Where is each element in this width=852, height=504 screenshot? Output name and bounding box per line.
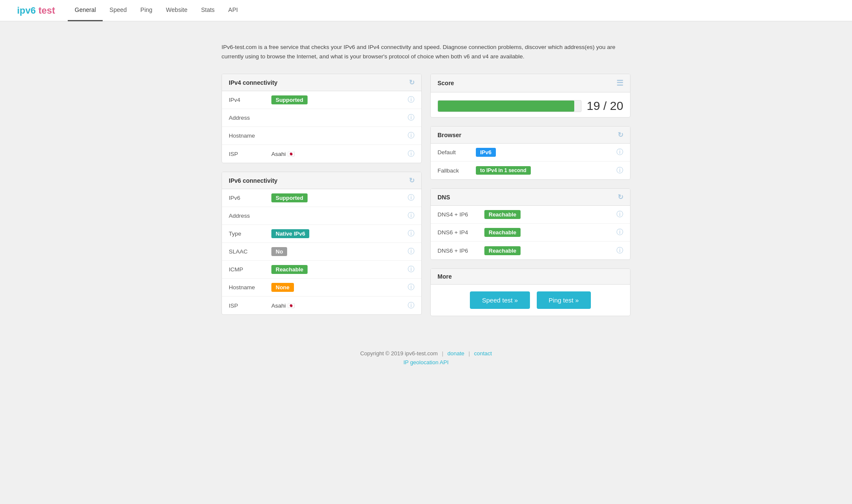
- browser-card-body: Default IPv6 ⓘ Fallback to IPv4 in 1 sec…: [431, 144, 630, 179]
- ipv4-help-icon-1[interactable]: ⓘ: [408, 95, 414, 104]
- dns-help-icon-1[interactable]: ⓘ: [616, 210, 623, 219]
- ipv6-value-icmp: Reachable: [271, 265, 404, 274]
- browser-row-default: Default IPv6 ⓘ: [431, 144, 630, 161]
- ipv6-label-isp: ISP: [229, 302, 271, 309]
- site-description: IPv6-test.com is a free service that che…: [222, 43, 630, 61]
- nav-stats[interactable]: Stats: [194, 0, 222, 21]
- ipv6-row-type: Type Native IPv6 ⓘ: [222, 225, 421, 243]
- nav-website[interactable]: Website: [159, 0, 194, 21]
- dns-help-icon-3[interactable]: ⓘ: [616, 246, 623, 255]
- dns-label-dns6-ip4: DNS6 + IP4: [438, 229, 484, 236]
- ipv6-label-address: Address: [229, 213, 271, 219]
- ipv4-refresh-icon[interactable]: ↻: [409, 78, 414, 86]
- more-card-title: More: [438, 273, 452, 280]
- score-card-title: Score: [438, 80, 454, 86]
- more-card: More Speed test » Ping test »: [430, 268, 630, 316]
- ipv6-row-hostname: Hostname None ⓘ: [222, 279, 421, 297]
- logo-ipv6: ipv6: [17, 5, 36, 16]
- score-bar-container: 19 / 20: [431, 92, 630, 117]
- dns-badge-dns6-ip4: Reachable: [484, 228, 521, 237]
- nav-ping[interactable]: Ping: [134, 0, 159, 21]
- dns-card-body: DNS4 + IP6 Reachable ⓘ DNS6 + IP4 Reacha…: [431, 206, 630, 259]
- dns-value-dns6-ip4: Reachable: [484, 228, 613, 237]
- ipv6-help-icon-4[interactable]: ⓘ: [408, 247, 414, 256]
- footer-geolocation-link[interactable]: IP geolocation API: [403, 359, 449, 366]
- ipv4-label-address: Address: [229, 115, 271, 121]
- logo-test: test: [36, 5, 55, 16]
- dns-card: DNS ↻ DNS4 + IP6 Reachable ⓘ DNS6 + IP4: [430, 188, 630, 260]
- ipv6-row-slaac: SLAAC No ⓘ: [222, 243, 421, 261]
- ipv4-help-icon-4[interactable]: ⓘ: [408, 150, 414, 158]
- ipv6-help-icon-3[interactable]: ⓘ: [408, 229, 414, 238]
- browser-value-fallback: to IPv4 in 1 second: [476, 166, 613, 175]
- right-column: Score ☰ 19 / 20 Browser ↻: [430, 74, 630, 316]
- ipv4-help-icon-2[interactable]: ⓘ: [408, 113, 414, 122]
- ipv6-label-type: Type: [229, 230, 271, 237]
- ipv6-row-address: Address ⓘ: [222, 207, 421, 225]
- main-nav: General Speed Ping Website Stats API: [68, 0, 245, 21]
- main-content: IPv6-test.com is a free service that che…: [213, 21, 639, 333]
- more-buttons: Speed test » Ping test »: [431, 285, 630, 316]
- footer: Copyright © 2019 ipv6-test.com | donate …: [0, 333, 852, 378]
- ipv4-card-header: IPv4 connectivity ↻: [222, 74, 421, 91]
- ipv6-badge-type: Native IPv6: [271, 229, 309, 238]
- ipv6-refresh-icon[interactable]: ↻: [409, 176, 414, 184]
- footer-copyright: Copyright © 2019 ipv6-test.com | donate …: [9, 350, 843, 357]
- dns-label-dns6-ip6: DNS6 + IP6: [438, 248, 484, 254]
- ipv6-card: IPv6 connectivity ↻ IPv6 Supported ⓘ Add…: [222, 172, 422, 315]
- dns-row-dns6-ip6: DNS6 + IP6 Reachable ⓘ: [431, 242, 630, 259]
- ipv6-help-icon-2[interactable]: ⓘ: [408, 211, 414, 220]
- nav-speed[interactable]: Speed: [103, 0, 133, 21]
- ipv4-help-icon-3[interactable]: ⓘ: [408, 131, 414, 140]
- dns-refresh-icon[interactable]: ↻: [618, 193, 623, 201]
- ipv6-value-ipv6: Supported: [271, 193, 404, 202]
- browser-row-fallback: Fallback to IPv4 in 1 second ⓘ: [431, 161, 630, 179]
- score-card-header: Score ☰: [431, 74, 630, 92]
- browser-help-icon-2[interactable]: ⓘ: [616, 166, 623, 175]
- footer-divider-2: |: [469, 350, 470, 357]
- footer-contact-link[interactable]: contact: [474, 350, 492, 357]
- ping-test-button[interactable]: Ping test »: [537, 291, 591, 309]
- dns-help-icon-2[interactable]: ⓘ: [616, 228, 623, 237]
- ipv6-row-isp: ISP Asahi 🇯🇵 ⓘ: [222, 297, 421, 314]
- site-logo: ipv6 test: [17, 5, 55, 16]
- dns-card-title: DNS: [438, 194, 450, 201]
- ipv6-card-header: IPv6 connectivity ↻: [222, 172, 421, 189]
- ipv4-label-isp: ISP: [229, 151, 271, 157]
- speed-test-button[interactable]: Speed test »: [470, 291, 530, 309]
- nav-general[interactable]: General: [68, 0, 103, 21]
- browser-refresh-icon[interactable]: ↻: [618, 131, 623, 139]
- ipv4-card: IPv4 connectivity ↻ IPv4 Supported ⓘ Add…: [222, 74, 422, 163]
- score-menu-icon[interactable]: ☰: [616, 78, 623, 88]
- browser-card-title: Browser: [438, 132, 461, 138]
- ipv4-card-body: IPv4 Supported ⓘ Address ⓘ Hostna: [222, 91, 421, 163]
- browser-help-icon-1[interactable]: ⓘ: [616, 148, 623, 157]
- ipv6-help-icon-5[interactable]: ⓘ: [408, 265, 414, 274]
- ipv6-value-type: Native IPv6: [271, 229, 404, 238]
- header: ipv6 test General Speed Ping Website Sta…: [0, 0, 852, 21]
- ipv4-label-ipv4: IPv4: [229, 97, 271, 103]
- ipv6-help-icon-7[interactable]: ⓘ: [408, 301, 414, 310]
- ipv6-value-hostname: None: [271, 283, 404, 292]
- ipv6-label-hostname: Hostname: [229, 284, 271, 291]
- footer-divider-1: |: [442, 350, 443, 357]
- ipv6-help-icon-1[interactable]: ⓘ: [408, 193, 414, 202]
- ipv6-badge-supported: Supported: [271, 193, 308, 202]
- ipv6-value-isp: Asahi 🇯🇵: [271, 302, 404, 309]
- ipv6-value-slaac: No: [271, 247, 404, 256]
- dns-row-dns6-ip4: DNS6 + IP4 Reachable ⓘ: [431, 224, 630, 242]
- ipv6-card-title: IPv6 connectivity: [229, 177, 277, 184]
- ipv6-badge-slaac: No: [271, 247, 287, 256]
- browser-label-fallback: Fallback: [438, 167, 476, 174]
- score-bar-fill: [438, 101, 574, 112]
- ipv6-badge-hostname: None: [271, 283, 294, 292]
- nav-api[interactable]: API: [222, 0, 245, 21]
- ipv6-help-icon-6[interactable]: ⓘ: [408, 283, 414, 292]
- browser-value-default: IPv6: [476, 148, 613, 157]
- ipv6-row-icmp: ICMP Reachable ⓘ: [222, 261, 421, 279]
- ipv6-row-ipv6: IPv6 Supported ⓘ: [222, 189, 421, 207]
- score-card: Score ☰ 19 / 20: [430, 74, 630, 118]
- ipv6-label-icmp: ICMP: [229, 266, 271, 273]
- more-card-header: More: [431, 269, 630, 285]
- footer-donate-link[interactable]: donate: [447, 350, 464, 357]
